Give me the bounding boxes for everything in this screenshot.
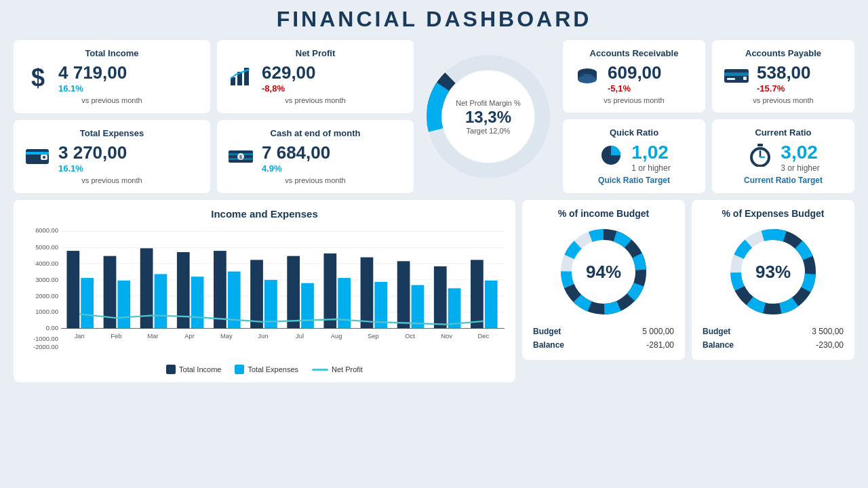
svg-text:Mar: Mar xyxy=(147,333,158,340)
svg-text:2000.00: 2000.00 xyxy=(35,293,58,300)
income-expenses-chart-card: Income and Expenses 6000.00 5000.00 4000… xyxy=(14,200,515,382)
svg-text:Oct: Oct xyxy=(405,333,415,340)
money-icon: $ xyxy=(228,146,255,170)
svg-text:Dec: Dec xyxy=(477,333,489,340)
svg-text:Jun: Jun xyxy=(258,333,268,340)
svg-text:0.00: 0.00 xyxy=(46,325,58,332)
svg-text:5000.00: 5000.00 xyxy=(35,245,58,251)
legend-net-profit: Net Profit xyxy=(312,365,363,374)
svg-rect-49 xyxy=(117,281,130,328)
legend-expenses-label: Total Expenses xyxy=(248,365,298,373)
budget-expenses-balance-row: Balance -230,00 xyxy=(703,338,844,352)
svg-text:Feb: Feb xyxy=(111,333,121,340)
budget-expenses-donut: 93% xyxy=(726,224,821,319)
svg-rect-24 xyxy=(743,77,747,80)
budget-row: % of income Budget 94% Budget xyxy=(522,200,854,360)
legend-expenses: Total Expenses xyxy=(235,365,298,374)
timer-icon xyxy=(747,144,774,171)
svg-rect-65 xyxy=(412,285,425,329)
legend-income: Total Income xyxy=(166,365,221,374)
bar-chart-area: 6000.00 5000.00 4000.00 3000.00 2000.00 … xyxy=(24,225,505,361)
svg-rect-64 xyxy=(397,261,410,328)
svg-rect-46 xyxy=(66,251,79,328)
svg-text:Aug: Aug xyxy=(331,333,342,340)
coins-icon xyxy=(574,66,601,91)
legend-net-profit-line xyxy=(312,369,328,371)
svg-rect-22 xyxy=(724,73,749,76)
barchart-icon xyxy=(228,65,255,92)
kpi-quick-ratio: Quick Ratio 1,02 1 or higher Quick Ratio… xyxy=(563,119,705,193)
wallet-icon xyxy=(24,146,52,170)
svg-rect-27 xyxy=(757,144,763,146)
svg-rect-60 xyxy=(323,253,336,328)
kpi-net-profit: Net Profit 629,00 -8,8% xyxy=(217,40,414,113)
kpi-right-grid: Accounts Receivable 609,00 -5,1% xyxy=(563,40,854,193)
svg-rect-53 xyxy=(191,277,204,328)
budget-cards: % of income Budget 94% Budget xyxy=(522,200,854,382)
svg-rect-59 xyxy=(301,283,314,329)
kpi-total-income: Total Income $ 4 719,00 16.1% vs previou… xyxy=(14,40,210,113)
net-profit-margin-donut: Net Profit Margin % 13,3% Target 12,0% xyxy=(420,49,556,184)
svg-text:$: $ xyxy=(239,155,242,160)
svg-text:Apr: Apr xyxy=(184,333,195,340)
svg-text:-1000.00: -1000.00 xyxy=(33,336,58,343)
svg-rect-1 xyxy=(26,152,49,155)
svg-rect-68 xyxy=(471,260,484,328)
legend-income-dot xyxy=(166,365,176,374)
kpi-total-expenses: Total Expenses 3 270,00 16.1% xyxy=(14,120,210,193)
svg-text:4000.00: 4000.00 xyxy=(35,260,58,267)
kpi-center-left: Net Profit 629,00 -8,8% xyxy=(217,40,414,193)
svg-text:May: May xyxy=(220,333,233,340)
svg-rect-67 xyxy=(448,288,461,328)
budget-expenses-card: % of Expenses Budget 93% Budget xyxy=(692,200,854,360)
svg-text:-2000.00: -2000.00 xyxy=(33,344,58,350)
kpi-left: Total Income $ 4 719,00 16.1% vs previou… xyxy=(14,40,210,193)
kpi-cash-end: Cash at end of month $ 7 684,00 4. xyxy=(217,120,414,193)
svg-rect-54 xyxy=(214,251,226,328)
legend-income-label: Total Income xyxy=(179,365,221,373)
chart-legend: Total Income Total Expenses Net Profit xyxy=(24,365,505,374)
pie-icon xyxy=(597,144,625,171)
svg-rect-58 xyxy=(287,256,300,329)
budget-income-info: Budget 5 000,00 Balance -281,00 xyxy=(533,325,674,352)
svg-rect-69 xyxy=(485,281,498,328)
svg-point-3 xyxy=(43,156,45,159)
dashboard: FINANCIAL DASHBOARD Total Income $ 4 719… xyxy=(0,0,868,488)
dollar-icon: $ xyxy=(24,64,52,92)
budget-income-card: % of income Budget 94% Budget xyxy=(522,200,685,360)
svg-rect-62 xyxy=(361,258,374,329)
center-donut-area: Net Profit Margin % 13,3% Target 12,0% xyxy=(420,40,556,193)
budget-expenses-info: Budget 3 500,00 Balance -230,00 xyxy=(703,325,844,352)
svg-text:6000.00: 6000.00 xyxy=(35,228,58,235)
card-icon xyxy=(723,67,750,89)
dashboard-title: FINANCIAL DASHBOARD xyxy=(14,7,854,32)
kpi-accounts-receivable: Accounts Receivable 609,00 -5,1% xyxy=(563,40,705,113)
svg-rect-47 xyxy=(81,278,94,328)
budget-income-donut: 94% xyxy=(556,224,651,319)
budget-income-balance-row: Balance -281,00 xyxy=(533,338,674,352)
svg-text:3000.00: 3000.00 xyxy=(35,277,58,283)
bottom-section: Income and Expenses 6000.00 5000.00 4000… xyxy=(14,200,854,382)
svg-text:Nov: Nov xyxy=(441,333,452,340)
svg-text:Sep: Sep xyxy=(368,333,379,340)
svg-point-20 xyxy=(578,75,597,83)
svg-text:Jul: Jul xyxy=(296,333,304,340)
donut-label: Net Profit Margin % 13,3% Target 12,0% xyxy=(456,98,520,135)
svg-rect-23 xyxy=(727,78,735,80)
budget-expenses-budget-row: Budget 3 500,00 xyxy=(703,325,844,338)
kpi-accounts-payable: Accounts Payable 538,00 -15.7% xyxy=(712,40,854,113)
svg-rect-56 xyxy=(250,260,263,328)
svg-text:1000.00: 1000.00 xyxy=(35,309,58,316)
svg-rect-66 xyxy=(434,266,447,328)
legend-expenses-dot xyxy=(235,365,244,374)
budget-income-budget-row: Budget 5 000,00 xyxy=(533,325,674,338)
bar-chart-svg: 6000.00 5000.00 4000.00 3000.00 2000.00 … xyxy=(24,225,505,361)
kpi-current-ratio: Current Ratio 3,02 3 or higher xyxy=(712,119,854,193)
legend-net-profit-label: Net Profit xyxy=(332,365,363,373)
svg-rect-51 xyxy=(155,274,167,328)
top-section: Total Income $ 4 719,00 16.1% vs previou… xyxy=(14,40,854,193)
svg-text:Jan: Jan xyxy=(75,333,85,340)
